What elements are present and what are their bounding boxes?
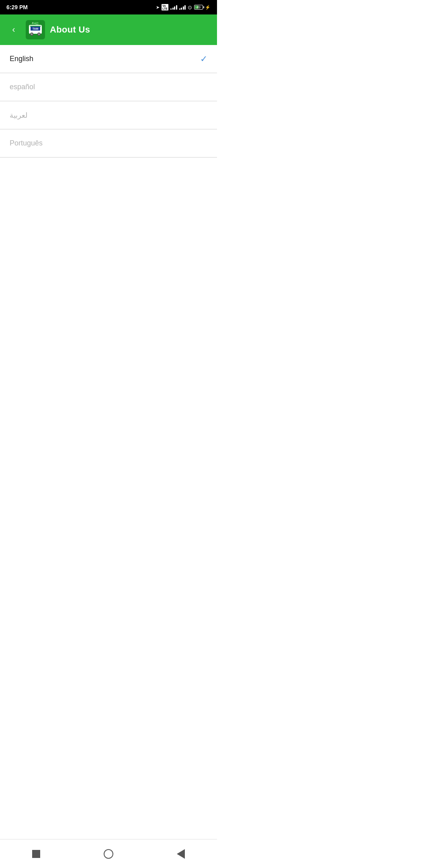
wifi-icon: ⊙ [188, 4, 192, 10]
language-label-spanish: español [10, 83, 35, 91]
language-label-arabic: لعربية [10, 111, 27, 120]
status-bar: 6:29 PM ➤ VoLTE ⊙ 49 ⚡ [0, 0, 217, 14]
battery-box: 49 [194, 5, 203, 10]
navigation-icon: ➤ [156, 5, 160, 10]
language-item-portuguese[interactable]: Português [0, 129, 217, 158]
status-icons: ➤ VoLTE ⊙ 49 ⚡ [156, 4, 211, 10]
selected-checkmark: ✓ [200, 54, 207, 64]
svg-point-8 [38, 33, 40, 35]
svg-point-6 [31, 33, 33, 35]
back-arrow-icon: ‹ [12, 25, 15, 35]
signal-bars-1 [170, 5, 177, 10]
signal-bars-2 [179, 5, 186, 10]
battery-indicator: 49 [194, 5, 203, 10]
back-button[interactable]: ‹ [6, 23, 21, 37]
page-title: About Us [50, 25, 90, 35]
svg-point-9 [35, 24, 36, 25]
volte-icon: VoLTE [162, 4, 168, 10]
language-label-portuguese: Português [10, 139, 43, 147]
bus-svg-icon: &#((; TAM [27, 21, 44, 39]
language-item-arabic[interactable]: لعربية [0, 101, 217, 129]
app-bar: ‹ &#((; TAM About Us [0, 14, 217, 45]
charging-icon: ⚡ [205, 5, 211, 10]
svg-rect-2 [30, 26, 41, 27]
app-logo: &#((; TAM [26, 20, 45, 39]
language-list: English ✓ español لعربية Português [0, 45, 217, 158]
language-label-english: English [10, 55, 33, 63]
language-item-english[interactable]: English ✓ [0, 45, 217, 73]
status-time: 6:29 PM [6, 4, 28, 10]
svg-text:TAM: TAM [33, 27, 39, 30]
language-item-spanish[interactable]: español [0, 73, 217, 101]
battery-percentage: 49 [197, 5, 201, 9]
